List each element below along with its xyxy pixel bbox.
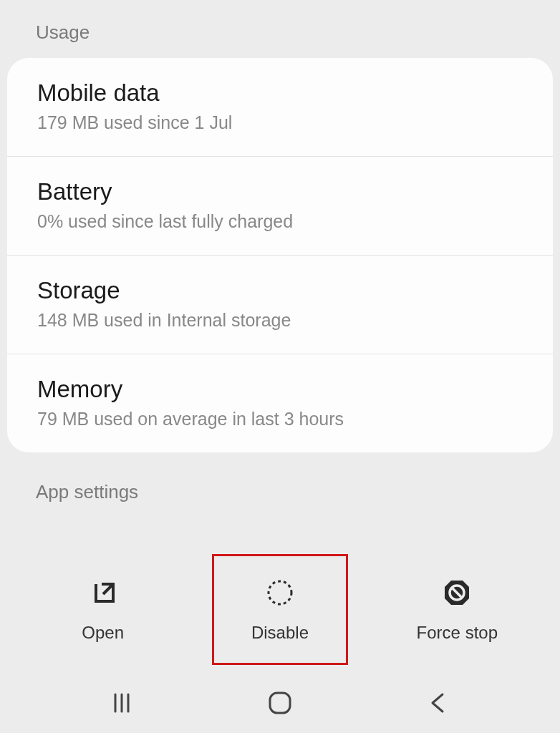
- force-stop-icon: [441, 576, 473, 608]
- disable-label: Disable: [251, 623, 309, 643]
- battery-title: Battery: [37, 178, 523, 205]
- disable-icon: [264, 576, 296, 608]
- recents-button[interactable]: [100, 681, 143, 724]
- memory-title: Memory: [37, 376, 523, 403]
- mobile-data-item[interactable]: Mobile data 179 MB used since 1 Jul: [7, 58, 553, 157]
- back-icon: [425, 690, 451, 716]
- mobile-data-subtitle: 179 MB used since 1 Jul: [37, 112, 523, 133]
- storage-item[interactable]: Storage 148 MB used in Internal storage: [7, 256, 553, 354]
- battery-subtitle: 0% used since last fully charged: [37, 211, 523, 232]
- open-button[interactable]: Open: [35, 554, 171, 665]
- memory-item[interactable]: Memory 79 MB used on average in last 3 h…: [7, 354, 553, 452]
- storage-title: Storage: [37, 277, 523, 304]
- usage-card: Mobile data 179 MB used since 1 Jul Batt…: [7, 58, 553, 452]
- mobile-data-title: Mobile data: [37, 79, 523, 107]
- home-icon: [266, 689, 294, 717]
- action-bar: Open Disable Force stop: [0, 554, 560, 665]
- open-label: Open: [82, 623, 124, 643]
- navigation-bar: [0, 672, 560, 733]
- memory-subtitle: 79 MB used on average in last 3 hours: [37, 409, 523, 429]
- svg-rect-6: [270, 693, 290, 713]
- open-icon: [87, 576, 119, 608]
- back-button[interactable]: [417, 681, 460, 724]
- battery-item[interactable]: Battery 0% used since last fully charged: [7, 157, 553, 256]
- svg-point-0: [269, 581, 291, 604]
- app-settings-section-header: App settings: [0, 452, 560, 503]
- storage-subtitle: 148 MB used in Internal storage: [37, 310, 523, 331]
- usage-section-header: Usage: [0, 0, 560, 58]
- home-button[interactable]: [259, 681, 301, 724]
- force-stop-button[interactable]: Force stop: [389, 554, 525, 665]
- disable-button[interactable]: Disable: [212, 554, 348, 665]
- force-stop-label: Force stop: [417, 623, 498, 643]
- recents-icon: [109, 690, 135, 716]
